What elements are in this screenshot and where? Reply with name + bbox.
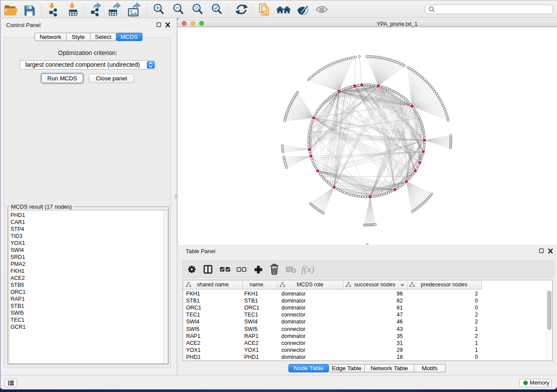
svg-text:f(x): f(x) bbox=[301, 264, 314, 275]
